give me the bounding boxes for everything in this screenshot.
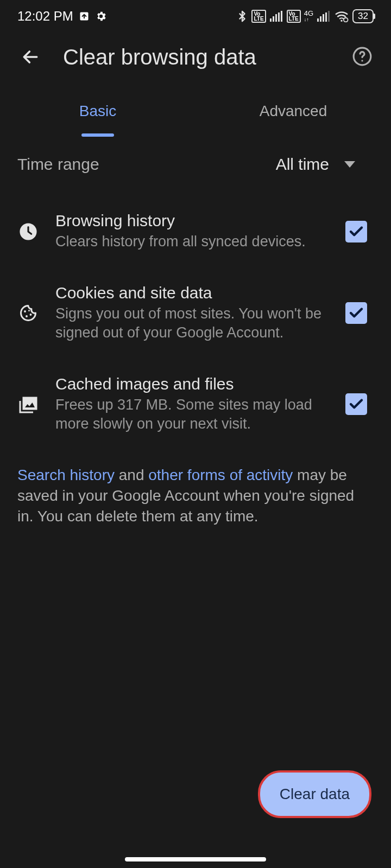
home-indicator[interactable] <box>125 857 266 861</box>
page-title: Clear browsing data <box>63 45 352 69</box>
svg-rect-8 <box>323 14 324 22</box>
clear-data-label: Clear data <box>280 786 350 802</box>
status-left: 12:02 PM <box>17 9 107 24</box>
gear-icon <box>95 10 107 22</box>
signal-icon-1 <box>269 11 283 22</box>
help-icon <box>352 46 373 67</box>
option-text: Cached images and files Frees up 317 MB.… <box>55 375 329 433</box>
help-button[interactable] <box>352 46 374 68</box>
time-range-label: Time range <box>17 155 99 174</box>
tabs: Basic Advanced <box>0 81 391 141</box>
volte-icon-1: VoLTE <box>251 10 266 23</box>
footer-text-1: and <box>115 467 148 483</box>
arrow-back-icon <box>20 46 41 68</box>
volte-icon-2: VoLTE <box>287 10 301 23</box>
option-text: Cookies and site data Signs you out of m… <box>55 284 329 342</box>
svg-point-19 <box>28 310 30 311</box>
tab-advanced[interactable]: Advanced <box>195 81 391 141</box>
option-cached[interactable]: Cached images and files Frees up 317 MB.… <box>0 359 391 450</box>
back-button[interactable] <box>17 44 43 70</box>
svg-rect-2 <box>273 16 274 22</box>
footer-note: Search history and other forms of activi… <box>0 455 391 536</box>
time-range-value: All time <box>276 155 329 174</box>
time-range-row[interactable]: Time range All time <box>0 141 391 190</box>
svg-rect-7 <box>320 16 321 22</box>
svg-point-11 <box>340 20 342 22</box>
app-bar: Clear browsing data <box>0 33 391 81</box>
svg-point-17 <box>26 315 28 317</box>
status-bar: 12:02 PM VoLTE VoLTE 4G↓↑ 32 <box>0 0 391 33</box>
chevron-down-icon <box>344 161 355 168</box>
tab-basic[interactable]: Basic <box>0 81 195 141</box>
status-right: VoLTE VoLTE 4G↓↑ 32 <box>236 9 374 23</box>
check-icon <box>348 224 364 240</box>
time-range-dropdown[interactable]: All time <box>276 155 374 174</box>
options-list: Browsing history Clears history from all… <box>0 190 391 455</box>
svg-point-14 <box>361 60 363 61</box>
svg-rect-6 <box>317 18 319 22</box>
checkbox-cached[interactable] <box>345 393 367 415</box>
cookie-icon <box>17 302 39 324</box>
option-title: Cookies and site data <box>55 284 329 302</box>
link-other-activity[interactable]: other forms of activity <box>148 467 293 483</box>
wifi-icon <box>334 10 349 22</box>
svg-point-16 <box>24 310 26 312</box>
option-desc: Clears history from all synced devices. <box>55 232 329 251</box>
svg-rect-1 <box>270 18 272 22</box>
upload-icon <box>79 11 90 22</box>
clear-data-button[interactable]: Clear data <box>258 770 371 818</box>
bluetooth-icon <box>236 9 248 23</box>
option-title: Cached images and files <box>55 375 329 393</box>
tab-indicator <box>81 133 114 137</box>
option-text: Browsing history Clears history from all… <box>55 212 329 251</box>
image-icon <box>17 393 39 415</box>
checkbox-browsing-history[interactable] <box>345 221 367 242</box>
svg-rect-9 <box>325 12 327 22</box>
clock-icon <box>17 221 39 242</box>
network-4g: 4G↓↑ <box>304 11 313 22</box>
option-desc: Frees up 317 MB. Some sites may load mor… <box>55 395 329 433</box>
svg-rect-10 <box>328 11 330 22</box>
svg-point-18 <box>30 314 32 316</box>
option-title: Browsing history <box>55 212 329 230</box>
svg-point-12 <box>344 18 348 22</box>
option-cookies[interactable]: Cookies and site data Signs you out of m… <box>0 267 391 359</box>
battery-icon: 32 <box>352 9 374 23</box>
svg-rect-3 <box>275 14 277 22</box>
checkbox-cookies[interactable] <box>345 302 367 324</box>
check-icon <box>348 396 364 412</box>
tab-basic-label: Basic <box>79 103 116 120</box>
svg-rect-4 <box>278 12 280 22</box>
tab-advanced-label: Advanced <box>260 103 327 120</box>
link-search-history[interactable]: Search history <box>17 467 115 483</box>
status-time: 12:02 PM <box>17 9 73 24</box>
option-browsing-history[interactable]: Browsing history Clears history from all… <box>0 195 391 267</box>
svg-rect-5 <box>281 11 282 22</box>
check-icon <box>348 305 364 321</box>
option-desc: Signs you out of most sites. You won't b… <box>55 304 329 342</box>
signal-icon-2 <box>317 11 331 22</box>
